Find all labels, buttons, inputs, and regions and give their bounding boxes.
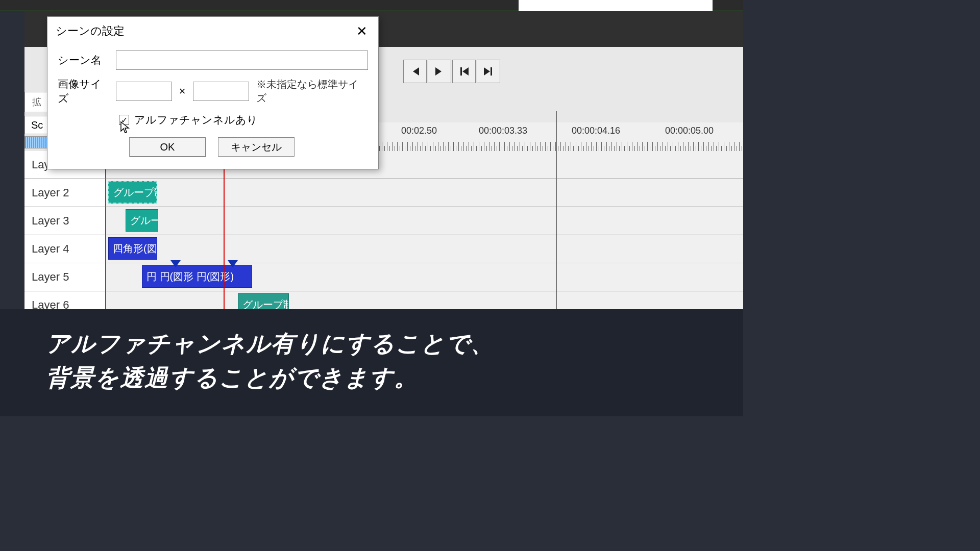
height-input[interactable] (193, 82, 249, 101)
layer-track[interactable]: グルー (106, 207, 743, 235)
layer-track[interactable]: グループ制 (106, 179, 743, 207)
keyframe-icon[interactable] (170, 260, 181, 267)
dialog-title-text: シーンの設定 (56, 23, 125, 39)
width-input[interactable] (116, 82, 172, 101)
cancel-button[interactable]: キャンセル (218, 137, 295, 157)
layer-label[interactable]: Layer 3 (24, 207, 106, 235)
close-icon[interactable]: ✕ (354, 23, 370, 39)
layer-row-5: Layer 5 円 円(図形 円(図形) (24, 263, 743, 291)
caption-overlay: アルファチャンネル有りにすることで、 背景を透過することができます。 (0, 309, 743, 416)
dialog-titlebar[interactable]: シーンの設定 ✕ (47, 17, 378, 45)
scene-name-label: シーン名 (58, 53, 109, 67)
layer-label[interactable]: Layer 2 (24, 179, 106, 207)
clip-rectangle[interactable]: 四角形(図 (108, 237, 157, 260)
next-frame-button[interactable] (428, 60, 451, 83)
size-note: ※未指定なら標準サイズ (256, 78, 368, 105)
scene-name-row: シーン名 (58, 51, 368, 70)
time-tick-3: 00:00:05.00 (665, 126, 714, 136)
caption-line-1: アルファチャンネル有りにすることで、 (46, 327, 697, 361)
dialog-body: シーン名 画像サイズ × ※未指定なら標準サイズ ✓ アルファチャンネルあり O… (47, 45, 378, 169)
ok-button[interactable]: OK (129, 137, 206, 157)
time-tick-2: 00:00:04.16 (572, 126, 620, 136)
scene-name-input[interactable] (116, 51, 368, 70)
alpha-row: ✓ アルファチャンネルあり (119, 113, 368, 127)
prev-frame-button[interactable] (403, 60, 427, 83)
caption-line-2: 背景を透過することができます。 (46, 361, 697, 395)
layer-label[interactable]: Layer 4 (24, 235, 106, 263)
time-tick-1: 00:00:03.33 (479, 126, 527, 136)
layer-row-3: Layer 3 グルー (24, 207, 743, 235)
keyframe-icon[interactable] (228, 260, 238, 267)
image-size-row: 画像サイズ × ※未指定なら標準サイズ (58, 77, 368, 106)
scene-settings-dialog: シーンの設定 ✕ シーン名 画像サイズ × ※未指定なら標準サイズ ✓ アルファ… (47, 16, 379, 169)
layer-track[interactable]: 四角形(図 (106, 235, 743, 263)
clip-group-control[interactable]: グループ制 (108, 181, 157, 204)
go-end-button[interactable] (477, 60, 500, 83)
multiply-icon: × (179, 85, 186, 98)
clip-group[interactable]: グルー (126, 209, 158, 232)
image-size-label: 画像サイズ (58, 77, 109, 106)
dialog-buttons: OK キャンセル (129, 137, 368, 157)
go-start-button[interactable] (452, 60, 476, 83)
left-tab[interactable]: 拡 (24, 92, 49, 112)
end-marker (556, 111, 557, 309)
layer-label[interactable]: Layer 5 (24, 263, 106, 291)
preview-white-area (519, 0, 713, 11)
alpha-label: アルファチャンネルあり (134, 113, 258, 127)
scene-tab[interactable]: Sc (24, 116, 49, 134)
layer-row-2: Layer 2 グループ制 (24, 179, 743, 207)
time-tick-0: 00:02.50 (401, 126, 437, 136)
layer-track[interactable]: 円 円(図形 円(図形) (106, 263, 743, 291)
playback-controls (403, 60, 500, 83)
clip-circle[interactable]: 円 円(図形 円(図形) (142, 265, 252, 288)
layer-row-4: Layer 4 四角形(図 (24, 235, 743, 263)
